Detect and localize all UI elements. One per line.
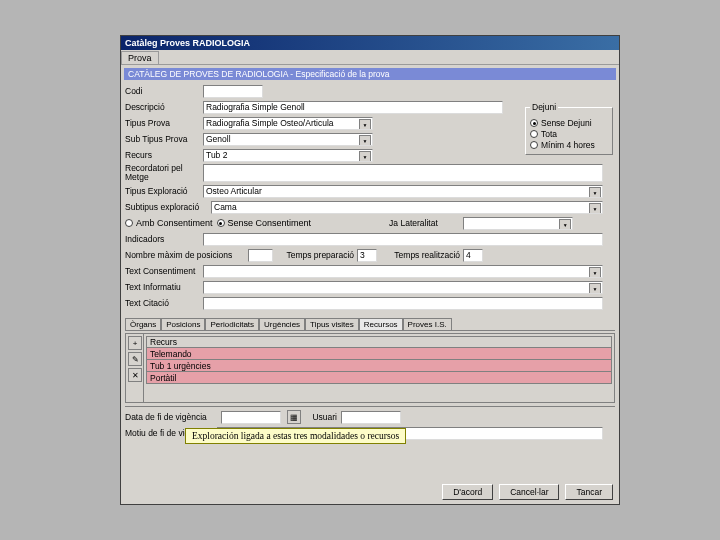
resource-item[interactable]: Portàtil xyxy=(146,372,612,384)
label-sub-tipus-prova: Sub Tipus Prova xyxy=(125,134,203,144)
select-sub-tipus-prova[interactable]: Genoll xyxy=(203,133,373,146)
input-nombre-max[interactable] xyxy=(248,249,273,262)
annotation-text: Exploración ligada a estas tres modalida… xyxy=(192,431,399,441)
label-tipus-prova: Tipus Prova xyxy=(125,118,203,128)
select-tipus-exploracio[interactable]: Osteo Articular xyxy=(203,185,603,198)
main-tabrow: Prova xyxy=(121,51,619,65)
label-descripcio: Descripció xyxy=(125,102,203,112)
label-indicadors: Indicadors xyxy=(125,234,203,244)
radio-dot-icon xyxy=(125,219,133,227)
cancel-button[interactable]: Cancel·lar xyxy=(499,484,559,500)
resource-item[interactable]: Tub 1 urgències xyxy=(146,360,612,372)
input-text-citacio[interactable] xyxy=(203,297,603,310)
label-nombre-max: Nombre màxim de posicions xyxy=(125,250,245,260)
window-titlebar: Catàleg Proves RADIOLOGIA xyxy=(121,36,619,50)
select-recurs[interactable]: Tub 2 xyxy=(203,149,373,162)
radio-sense-consentiment[interactable]: Sense Consentiment xyxy=(217,218,312,228)
label-subtipus-exploracio: Subtipus exploració xyxy=(125,202,211,212)
itab-proves-is[interactable]: Proves I.S. xyxy=(403,318,452,330)
separator xyxy=(125,406,615,407)
add-resource-button[interactable]: + xyxy=(128,336,142,350)
radio-minim-4h[interactable]: Mínim 4 hores xyxy=(530,140,608,150)
label-text-informatiu: Text Informatiu xyxy=(125,282,203,292)
itab-recursos[interactable]: Recursos xyxy=(359,318,403,330)
dacord-button[interactable]: D'acord xyxy=(442,484,493,500)
calendar-icon: ▦ xyxy=(290,413,298,422)
itab-organs[interactable]: Òrgans xyxy=(125,318,161,330)
label-text-consentiment: Text Consentiment xyxy=(125,266,203,276)
close-button[interactable]: Tancar xyxy=(565,484,613,500)
resource-toolbar: + ✎ ✕ xyxy=(126,334,144,402)
select-ja-lateralitat[interactable] xyxy=(463,217,573,230)
radio-dot-icon xyxy=(217,219,225,227)
label-recordatori: Recordatori pel Metge xyxy=(125,164,203,182)
itab-tipus-visites[interactable]: Tipus visites xyxy=(305,318,359,330)
input-descripcio[interactable]: Radiografia Simple Genoll xyxy=(203,101,503,114)
resource-item[interactable]: Telemando xyxy=(146,348,612,360)
label-text-citacio: Text Citació xyxy=(125,298,203,308)
resource-list: Recurs Telemando Tub 1 urgències Portàti… xyxy=(144,334,614,402)
input-temps-real[interactable]: 4 xyxy=(463,249,483,262)
itab-posicions[interactable]: Posicions xyxy=(161,318,205,330)
input-usuari[interactable] xyxy=(341,411,401,424)
input-codi[interactable] xyxy=(203,85,263,98)
resource-list-header: Recurs xyxy=(146,336,612,348)
label-ja-lateralitat: Ja Lateralitat xyxy=(389,218,459,228)
input-data-fi[interactable] xyxy=(221,411,281,424)
window-title: Catàleg Proves RADIOLOGIA xyxy=(125,38,250,48)
dejuni-group: Dejuni Sense Dejuni Tota Mínim 4 hores xyxy=(525,102,613,155)
annotation-note: Exploración ligada a estas tres modalida… xyxy=(185,428,406,444)
label-codi: Codi xyxy=(125,86,203,96)
radio-dot-icon xyxy=(530,130,538,138)
dejuni-legend: Dejuni xyxy=(530,102,558,112)
label-data-fi: Data de fi de vigència xyxy=(125,412,217,422)
label-temps-prep: Temps preparació xyxy=(276,250,354,260)
section-header: CATÀLEG DE PROVES DE RADIOLOGIA - Especi… xyxy=(124,68,616,80)
tab-prova-label: Prova xyxy=(128,53,152,63)
edit-resource-button[interactable]: ✎ xyxy=(128,352,142,366)
calendar-button[interactable]: ▦ xyxy=(287,410,301,424)
label-temps-real: Temps realització xyxy=(380,250,460,260)
section-header-text: CATÀLEG DE PROVES DE RADIOLOGIA - Especi… xyxy=(128,69,390,79)
input-indicadors[interactable] xyxy=(203,233,603,246)
inner-tabs: Òrgans Posicions Periodicitats Urgències… xyxy=(125,318,615,331)
select-text-consentiment[interactable] xyxy=(203,265,603,278)
itab-urgencies[interactable]: Urgències xyxy=(259,318,305,330)
delete-resource-button[interactable]: ✕ xyxy=(128,368,142,382)
pencil-icon: ✎ xyxy=(132,355,139,364)
itab-periodicitats[interactable]: Periodicitats xyxy=(205,318,259,330)
radio-tota[interactable]: Tota xyxy=(530,129,608,139)
label-tipus-exploracio: Tipus Exploració xyxy=(125,186,203,196)
dialog-buttons: D'acord Cancel·lar Tancar xyxy=(442,484,613,500)
input-recordatori[interactable] xyxy=(203,164,603,182)
radio-dot-icon xyxy=(530,141,538,149)
radio-dot-icon xyxy=(530,119,538,127)
select-subtipus-exploracio[interactable]: Cama xyxy=(211,201,603,214)
select-text-informatiu[interactable] xyxy=(203,281,603,294)
resource-panel: + ✎ ✕ Recurs Telemando Tub 1 urgències P… xyxy=(125,333,615,403)
select-tipus-prova[interactable]: Radiografia Simple Osteo/Articula xyxy=(203,117,373,130)
tab-prova[interactable]: Prova xyxy=(121,51,159,64)
x-icon: ✕ xyxy=(132,371,139,380)
input-temps-prep[interactable]: 3 xyxy=(357,249,377,262)
label-usuari: Usuari xyxy=(305,412,337,422)
radio-amb-consentiment[interactable]: Amb Consentiment xyxy=(125,218,213,228)
radio-sense-dejuni[interactable]: Sense Dejuni xyxy=(530,118,608,128)
label-recurs: Recurs xyxy=(125,150,203,160)
plus-icon: + xyxy=(133,339,138,348)
